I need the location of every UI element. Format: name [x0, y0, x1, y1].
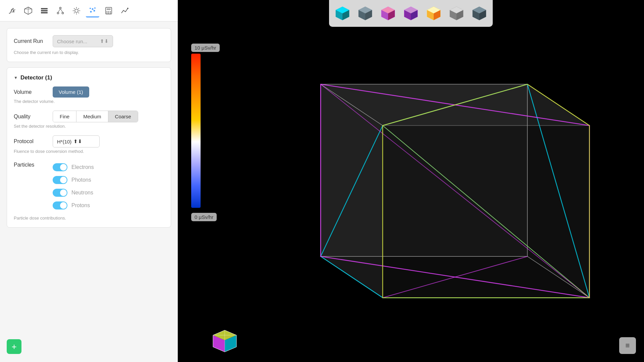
- detector-header[interactable]: ▼ Detector (1): [14, 74, 164, 81]
- photons-row: Photons: [53, 176, 94, 184]
- obj-yellow-cube[interactable]: [423, 3, 444, 24]
- 3d-viewport[interactable]: [245, 47, 624, 342]
- neutrons-row: Neutrons: [53, 189, 94, 197]
- scale-label-bottom: 0 μSv/hr: [191, 213, 217, 221]
- svg-point-23: [90, 8, 91, 9]
- svg-line-16: [74, 8, 75, 9]
- electrons-row: Electrons: [53, 163, 94, 171]
- electrons-toggle[interactable]: [53, 163, 67, 171]
- svg-rect-4: [41, 10, 48, 11]
- svg-point-11: [75, 9, 78, 12]
- sun-icon[interactable]: [70, 4, 83, 17]
- current-run-label: Current Run: [14, 38, 47, 44]
- svg-point-31: [108, 12, 109, 13]
- svg-point-28: [108, 11, 109, 12]
- svg-point-33: [127, 8, 128, 9]
- obj-magenta-cube[interactable]: [377, 3, 399, 24]
- protons-row: Protons: [53, 201, 94, 209]
- svg-point-29: [110, 11, 111, 12]
- orientation-cube[interactable]: [211, 328, 238, 355]
- photons-label: Photons: [71, 177, 91, 183]
- particles-label: Particles: [14, 161, 47, 168]
- quality-hint: Set the detector resolution.: [14, 124, 164, 129]
- left-panel: 𝑓𝑥 Current Run Choose ru: [0, 0, 178, 362]
- gradient-bar: [191, 54, 201, 208]
- protocol-label: Protocol: [14, 138, 47, 144]
- cube-icon[interactable]: [21, 4, 35, 17]
- particles-section: Electrons Photons Neutrons Protons: [53, 163, 94, 214]
- obj-purple-cube[interactable]: [400, 3, 422, 24]
- volume-button[interactable]: Volume (1): [53, 86, 89, 98]
- svg-point-20: [90, 11, 92, 13]
- current-run-card: Current Run Choose run... ⬆⬇ Choose the …: [7, 28, 171, 62]
- obj-bluegrey-cube[interactable]: [355, 3, 376, 24]
- object-toolbar: [329, 0, 493, 27]
- obj-cyan-cube[interactable]: [332, 3, 353, 24]
- neutrons-label: Neutrons: [71, 190, 93, 196]
- run-select-arrow: ⬆⬇: [100, 38, 109, 44]
- detector-title: Detector (1): [20, 74, 52, 81]
- quality-coarse-button[interactable]: Coarse: [108, 111, 138, 122]
- electrons-label: Electrons: [71, 164, 94, 170]
- formula-icon[interactable]: 𝑓𝑥: [5, 4, 19, 17]
- add-button[interactable]: +: [7, 339, 21, 354]
- svg-point-21: [92, 8, 94, 10]
- svg-point-7: [57, 12, 59, 14]
- volume-label: Volume: [14, 89, 47, 95]
- svg-point-32: [110, 12, 111, 13]
- neutrons-toggle[interactable]: [53, 189, 67, 197]
- svg-point-6: [60, 7, 61, 9]
- calculator-icon[interactable]: [102, 4, 115, 17]
- detector-chevron: ▼: [14, 75, 18, 80]
- volume-hint: The detector volume.: [14, 99, 164, 104]
- svg-rect-3: [41, 8, 48, 9]
- viewport: 10 μSv/hr 0 μSv/hr: [178, 0, 644, 362]
- chart-icon[interactable]: [118, 4, 131, 17]
- svg-point-8: [62, 12, 64, 14]
- protocol-arrow: ⬆⬇: [73, 138, 82, 144]
- run-select-value: Choose run...: [57, 39, 87, 44]
- protocol-select[interactable]: H*(10) ⬆⬇: [53, 135, 100, 147]
- photons-toggle[interactable]: [53, 176, 67, 184]
- quality-fine-button[interactable]: Fine: [53, 111, 76, 122]
- svg-rect-5: [41, 12, 48, 13]
- particles-hint: Particle dose contributions.: [14, 216, 164, 221]
- scale-label-top: 10 μSv/hr: [191, 44, 220, 52]
- svg-line-17: [78, 12, 79, 13]
- hierarchy-icon[interactable]: [54, 4, 67, 17]
- svg-line-19: [74, 12, 75, 13]
- svg-line-10: [60, 9, 63, 12]
- protocol-value: H*(10): [57, 139, 71, 144]
- protocol-hint: Fluence to dose conversion method.: [14, 149, 164, 154]
- top-toolbar: 𝑓𝑥: [0, 0, 178, 21]
- current-run-hint: Choose the current run to display.: [14, 50, 164, 55]
- svg-point-22: [94, 10, 95, 12]
- quality-btn-group: Fine Medium Coarse: [53, 111, 138, 122]
- obj-grey-cube[interactable]: [446, 3, 467, 24]
- obj-dark-cube[interactable]: [469, 3, 490, 24]
- quality-medium-button[interactable]: Medium: [76, 111, 108, 122]
- svg-point-27: [107, 11, 108, 12]
- run-select[interactable]: Choose run... ⬆⬇: [53, 35, 113, 47]
- svg-point-24: [94, 7, 96, 9]
- svg-rect-26: [107, 8, 111, 10]
- svg-line-9: [58, 9, 60, 12]
- protons-toggle[interactable]: [53, 201, 67, 209]
- svg-line-18: [78, 8, 79, 9]
- scatter-icon[interactable]: [86, 4, 99, 17]
- protons-label: Protons: [71, 202, 90, 208]
- gradient-scale: 10 μSv/hr 0 μSv/hr: [191, 54, 201, 208]
- menu-button[interactable]: ≡: [619, 337, 636, 354]
- layers-icon[interactable]: [38, 4, 51, 17]
- svg-point-30: [107, 12, 108, 13]
- detector-card: ▼ Detector (1) Volume Volume (1) The det…: [7, 67, 171, 228]
- content-area: Current Run Choose run... ⬆⬇ Choose the …: [0, 21, 178, 362]
- quality-label: Quality: [14, 114, 47, 120]
